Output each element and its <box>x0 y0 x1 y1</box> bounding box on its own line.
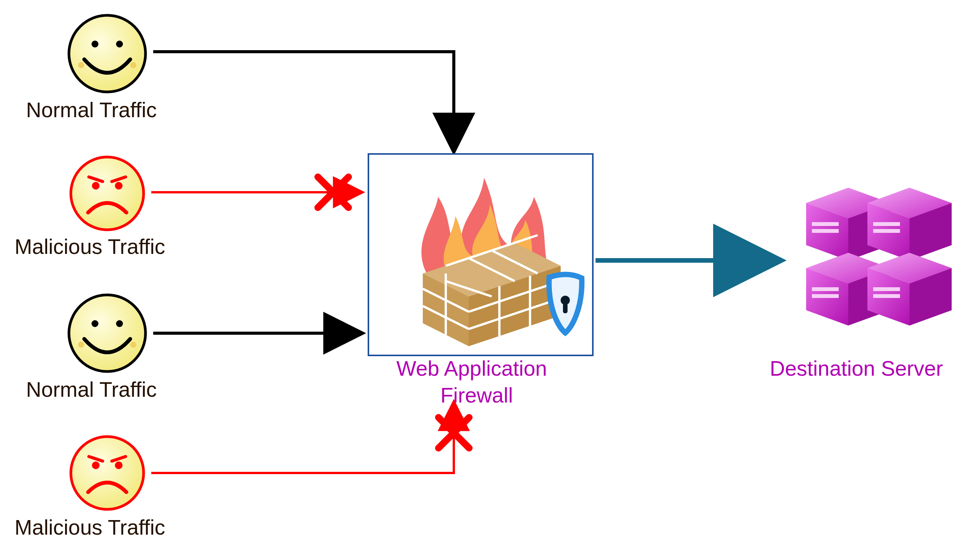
smile-icon <box>57 11 157 96</box>
svg-point-16 <box>116 320 123 327</box>
smile-icon <box>57 291 157 375</box>
malicious-traffic-2-label: Malicious Traffic <box>15 515 165 540</box>
blocked-x-icon <box>439 417 469 448</box>
svg-rect-44 <box>812 229 839 233</box>
server-icon <box>783 165 952 356</box>
malicious-traffic-1-label: Malicious Traffic <box>15 235 165 259</box>
svg-point-9 <box>71 157 144 230</box>
edge-normal1-to-waf <box>153 52 454 151</box>
blocked-x-icon <box>318 177 349 208</box>
svg-point-17 <box>78 341 84 348</box>
svg-point-5 <box>92 41 98 48</box>
svg-line-3 <box>439 417 469 448</box>
svg-rect-49 <box>873 229 900 233</box>
svg-rect-58 <box>873 287 900 291</box>
svg-rect-53 <box>812 287 839 291</box>
svg-point-6 <box>116 41 123 48</box>
normal-traffic-2-label: Normal Traffic <box>26 377 157 402</box>
svg-point-15 <box>92 320 98 327</box>
svg-point-19 <box>71 437 144 509</box>
edge-malicious2-to-waf <box>151 402 454 473</box>
waf-label-line1: Web Application <box>397 356 547 381</box>
destination-server-label: Destination Server <box>770 356 943 381</box>
destination-server <box>783 165 952 358</box>
normal-traffic-1-label: Normal Traffic <box>26 98 157 122</box>
svg-point-18 <box>130 341 136 348</box>
svg-rect-43 <box>812 222 839 226</box>
shield-icon <box>549 275 582 333</box>
svg-point-7 <box>78 62 84 68</box>
normal-traffic-2 <box>57 291 157 377</box>
svg-rect-54 <box>812 294 839 298</box>
waf-label-line2: Firewall <box>441 383 513 407</box>
svg-point-11 <box>115 182 123 190</box>
diagram-stage: Normal Traffic Malicious Traffic <box>0 0 980 558</box>
waf-node <box>368 153 593 356</box>
firewall-icon <box>369 155 592 354</box>
angry-icon <box>61 433 153 513</box>
svg-rect-48 <box>873 222 900 226</box>
svg-line-1 <box>318 177 349 208</box>
svg-line-2 <box>439 417 469 448</box>
malicious-traffic-2 <box>61 433 153 515</box>
svg-rect-59 <box>873 294 900 298</box>
svg-point-10 <box>92 182 100 190</box>
svg-point-4 <box>69 15 146 92</box>
svg-point-8 <box>130 62 136 68</box>
svg-point-20 <box>92 461 100 469</box>
malicious-traffic-1 <box>61 153 153 235</box>
normal-traffic-1 <box>57 11 157 97</box>
svg-point-14 <box>69 295 146 371</box>
svg-point-21 <box>115 461 123 469</box>
svg-line-0 <box>318 177 349 208</box>
svg-rect-39 <box>563 303 567 313</box>
angry-icon <box>61 153 153 234</box>
